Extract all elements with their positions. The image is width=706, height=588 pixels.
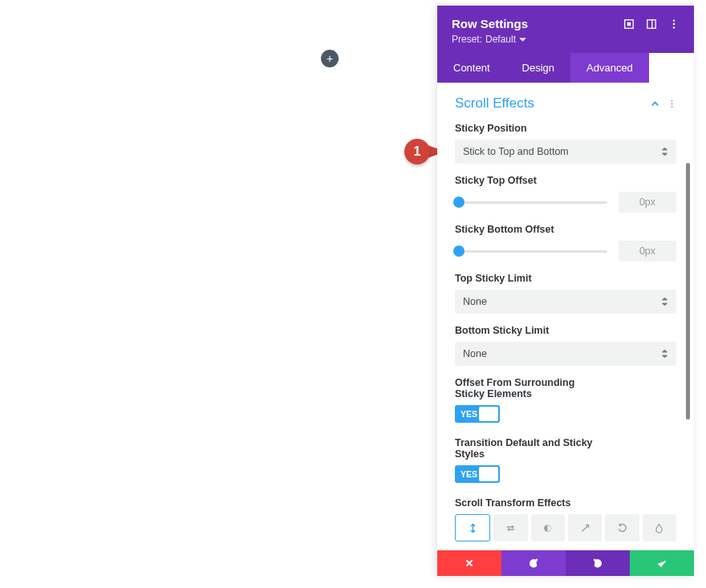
- sticky-bottom-offset-value[interactable]: 0px: [619, 241, 676, 262]
- panel-body: Scroll Effects Sticky Position Stick to …: [437, 83, 694, 550]
- sticky-bottom-offset-label: Sticky Bottom Offset: [455, 224, 676, 235]
- tab-content[interactable]: Content: [437, 53, 506, 83]
- toggle-knob: [479, 467, 498, 481]
- bottom-sticky-limit-select[interactable]: None: [455, 342, 676, 366]
- sticky-bottom-offset-slider[interactable]: [455, 242, 607, 260]
- svg-point-4: [673, 19, 675, 21]
- panel-title: Row Settings: [452, 17, 623, 30]
- slider-thumb[interactable]: [453, 197, 465, 208]
- svg-point-6: [673, 26, 675, 28]
- panel-footer: [437, 550, 694, 576]
- tab-bar: Content Design Advanced: [437, 53, 694, 83]
- effect-fade[interactable]: [531, 514, 565, 541]
- effect-rotate[interactable]: [605, 514, 639, 541]
- cancel-button[interactable]: [437, 550, 501, 576]
- chevron-down-icon: [519, 36, 526, 43]
- transition-styles-toggle[interactable]: YES: [455, 465, 500, 483]
- offset-surrounding-label: Offset From Surrounding Sticky Elements: [455, 377, 599, 399]
- offset-surrounding-toggle[interactable]: YES: [455, 405, 500, 423]
- add-button[interactable]: +: [321, 50, 339, 67]
- transition-styles-label: Transition Default and Sticky Styles: [455, 437, 607, 460]
- select-caret-icon: [661, 349, 668, 359]
- sticky-position-select[interactable]: Stick to Top and Bottom: [455, 140, 676, 164]
- sticky-top-offset-slider[interactable]: [455, 193, 607, 211]
- undo-button[interactable]: [501, 550, 566, 576]
- svg-point-8: [671, 103, 672, 104]
- step-number: 1: [404, 139, 430, 164]
- select-caret-icon: [661, 147, 668, 156]
- svg-point-5: [673, 22, 675, 24]
- section-more-icon[interactable]: [667, 99, 676, 108]
- sticky-top-offset-value[interactable]: 0px: [619, 192, 676, 213]
- sticky-position-label: Sticky Position: [455, 123, 676, 134]
- preset-selector[interactable]: Preset: Default: [452, 34, 680, 45]
- save-button[interactable]: [630, 550, 694, 576]
- preset-prefix: Preset:: [452, 34, 482, 45]
- settings-panel: Row Settings Preset: Default Content Des…: [437, 6, 694, 576]
- effect-horizontal[interactable]: [493, 514, 527, 541]
- svg-rect-1: [627, 22, 631, 25]
- section-title: Scroll Effects: [455, 95, 534, 112]
- sticky-top-offset-label: Sticky Top Offset: [455, 175, 676, 186]
- panel-header: Row Settings Preset: Default: [437, 6, 694, 53]
- dock-icon[interactable]: [646, 18, 657, 30]
- tab-design[interactable]: Design: [506, 53, 570, 83]
- tab-advanced[interactable]: Advanced: [570, 53, 649, 83]
- redo-button[interactable]: [566, 550, 630, 576]
- top-sticky-limit-label: Top Sticky Limit: [455, 273, 676, 284]
- toggle-knob: [479, 407, 498, 421]
- expand-icon[interactable]: [623, 18, 635, 30]
- preset-value: Default: [485, 34, 516, 45]
- effect-blur[interactable]: [643, 514, 676, 541]
- effect-vertical[interactable]: [455, 514, 490, 541]
- scroll-transform-label: Scroll Transform Effects: [455, 497, 676, 509]
- more-icon[interactable]: [668, 18, 680, 30]
- svg-rect-2: [647, 19, 656, 28]
- svg-point-7: [671, 99, 672, 101]
- scrollbar[interactable]: [686, 163, 690, 420]
- chevron-up-icon[interactable]: [651, 99, 659, 108]
- bottom-sticky-limit-label: Bottom Sticky Limit: [455, 325, 676, 336]
- effect-scale[interactable]: [568, 514, 602, 541]
- svg-point-9: [671, 106, 672, 107]
- slider-thumb[interactable]: [453, 245, 465, 257]
- top-sticky-limit-select[interactable]: None: [455, 290, 676, 314]
- select-caret-icon: [661, 297, 668, 306]
